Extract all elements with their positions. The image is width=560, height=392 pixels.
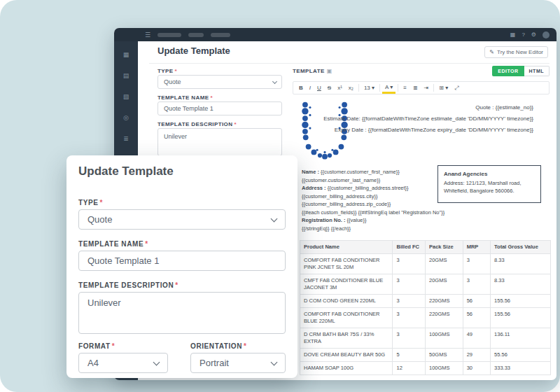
page-title: Update Template [158,46,230,56]
col-mrp: MRP [463,241,490,254]
editor-mode-button[interactable]: EDITOR [492,66,524,76]
template-description-textarea[interactable]: Unilever [78,292,286,334]
template-name-label: TEMPLATE NAME* [78,240,148,248]
italic-icon[interactable]: I [307,83,314,92]
underline-icon[interactable]: U [314,83,324,92]
editor-mode-toggle: EDITOR HTML [492,66,550,76]
customer-placeholder-block: Name : {{customer.customer_first_name}} … [302,168,444,232]
strikethrough-icon[interactable]: S [325,83,334,92]
dashboard-icon[interactable]: ▦ [123,51,130,58]
required-asterisk: * [234,121,237,127]
required-asterisk: * [244,342,247,350]
hamburger-menu-icon[interactable]: ☰ [145,31,150,38]
documents-icon[interactable]: ▤ [123,72,130,79]
top-navbar: ☰ ▦ ? ⚙ [114,28,556,41]
table-row: DOVE CREAM BEAUTY BAR 50G5 50GMS29 55.56 [300,349,551,362]
type-select[interactable]: Quote [78,209,286,230]
table-header-row: Product Name Billed FC Pack Size MRP Tot… [300,241,551,254]
col-product-name: Product Name [300,241,393,254]
quote-header-lines: Quote : {{estimate_no}} Estimate Date: {… [323,102,533,136]
help-icon[interactable]: ? [522,31,524,38]
expiry-date-line: Expiry Date : {{formatDateWithTimeZone e… [323,125,533,136]
template-label: TEMPLATE▣ [293,68,332,74]
chevron-down-icon [272,79,277,84]
table-row: CMFT FAB CONDITIONER BLUE JACONET 3M3 20… [300,274,551,295]
table-row: COMFORT FAB CONDITIONER PINK JCNET SL 20… [300,254,551,274]
bold-icon[interactable]: B [296,83,306,92]
template-name-input[interactable]: Quote Template 1 [158,102,282,115]
type-label: TYPE* [78,199,103,206]
template-info-icon: ▣ [327,68,332,74]
table-icon[interactable]: ⊞ ▾ [436,83,451,92]
template-line: Name : {{customer.customer_first_name}} [302,168,444,176]
agency-address-line: Address: 121/123, Marshall road, [444,179,535,187]
col-total-gross-value: Total Gross Value [491,241,551,254]
list-icon[interactable]: ≣ [123,135,129,142]
toolbar-divider [379,84,380,92]
toolbar-divider [358,84,359,92]
agency-address-box: Anand Agencies Address: 121/123, Marshal… [438,165,541,203]
template-line: {{customer_billing_address.zip_code}} [302,200,444,209]
table-row: D CRM BATH BAR 75S / 33% EXTRA3 100GMS49… [300,328,551,349]
settings-icon[interactable]: ⚙ [531,31,536,38]
superscript-icon[interactable]: x¹ [335,83,345,92]
required-asterisk: * [145,240,148,248]
chevron-down-icon [153,359,160,366]
navbar-right-icons: ▦ ? ⚙ [510,28,550,41]
quote-number-line: Quote : {{estimate_no}} [323,102,533,113]
template-name-input[interactable]: Quote Template 1 [78,251,286,271]
orientation-select[interactable]: Portrait [190,353,286,373]
required-asterisk: * [100,199,104,206]
format-select[interactable]: A4 [78,353,168,373]
template-line: {{customer.customer_last_name}} [302,176,444,185]
template-line: Address : {{customer_billing_address.str… [302,184,444,192]
template-description-label: TEMPLATE DESCRIPTION* [78,281,178,289]
indent-icon[interactable]: ⇥ [421,83,432,92]
font-size-dropdown[interactable]: 13 ▾ [361,83,377,92]
required-asterisk: * [175,68,178,74]
table-row: COMFORT FAB CONDITIONER BLUE 220ML3 220G… [300,308,551,328]
avatar[interactable] [542,31,550,38]
template-line: {{#each custom_fields}} {{#ifStringEq la… [302,209,444,217]
nav-placeholder [188,33,204,37]
agency-name: Anand Agencies [444,170,535,178]
toolbar-divider [433,84,434,92]
format-label: FORMAT* [78,342,115,350]
numbered-list-icon[interactable]: ≣ [410,83,421,92]
fullscreen-icon[interactable]: ⤢ [451,83,461,93]
table-row: HAMAM SOAP 100G12 100GMS30 333.33 [300,362,551,375]
col-pack-size: Pack Size [426,241,463,254]
toolbar-divider [398,84,398,92]
template-line: Registration No. : {{value}} [302,216,444,225]
subscript-icon[interactable]: x₂ [346,83,356,92]
required-asterisk: * [211,94,214,101]
update-template-card: Update Template TYPE* Quote TEMPLATE NAM… [66,155,298,378]
richtext-toolbar: B I U S x¹ x₂ 13 ▾ A ▾ ≡ ≣ ⇥ ⊞ ▾ ⤢ [293,81,550,94]
mail-icon[interactable]: ▧ [123,93,130,100]
template-description-textarea[interactable]: Unilever [158,128,282,156]
type-label: TYPE* [158,68,177,74]
html-mode-button[interactable]: HTML [524,66,550,76]
header-divider [149,63,550,64]
pencil-icon: ✎ [489,49,494,55]
chevron-down-icon [271,216,278,223]
template-line: {{customer_billing_address.city}} [302,192,444,201]
template-description-label: TEMPLATE DESCRIPTION* [158,121,237,127]
col-billed-fc: Billed FC [393,241,426,254]
try-new-editor-button[interactable]: ✎ Try the New Editor [484,46,548,58]
required-asterisk: * [112,342,115,350]
try-new-editor-label: Try the New Editor [497,49,543,55]
chevron-down-icon [271,359,278,366]
reports-icon[interactable]: ◎ [123,114,129,121]
type-select[interactable]: Quote [158,75,282,89]
screenshot-stage: ☰ ▦ ? ⚙ ▦ ▤ ▧ ◎ ≣ Update Template ✎ Try … [0,0,560,392]
template-name-label: TEMPLATE NAME* [158,94,213,101]
apps-icon[interactable]: ▦ [510,31,516,38]
highlight-color-icon[interactable]: A ▾ [382,83,396,94]
table-row: D COM COND GREEN 220ML3 220GMS56 155.56 [300,295,551,308]
bullet-list-icon[interactable]: ≡ [400,83,410,92]
orientation-label: ORIENTATION* [190,342,247,350]
template-line: {{/stringEq}} {{/each}} [302,225,444,233]
product-table: Product Name Billed FC Pack Size MRP Tot… [300,240,551,375]
required-asterisk: * [175,281,178,289]
